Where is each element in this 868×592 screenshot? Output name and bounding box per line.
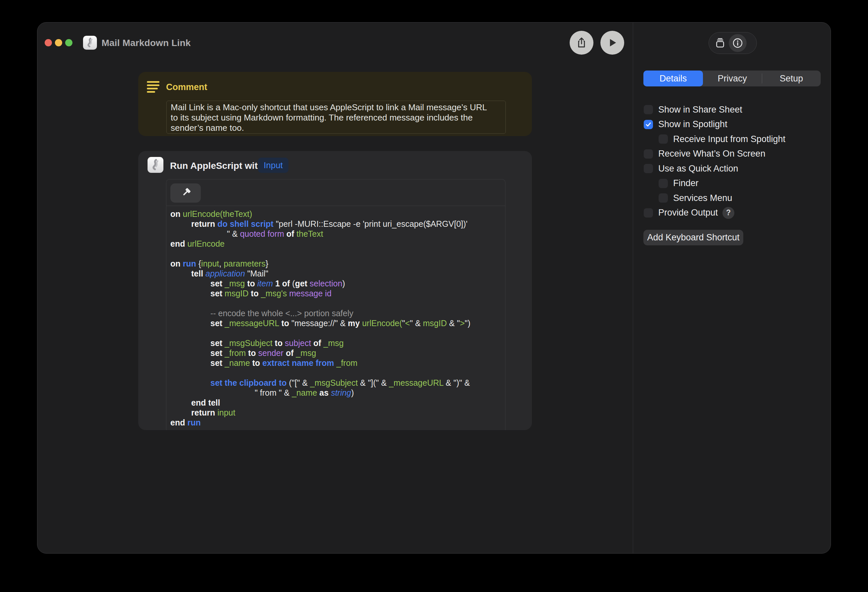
code-token: urlEncode bbox=[187, 239, 224, 248]
checkbox-provide-output[interactable] bbox=[644, 208, 653, 218]
code-token: to bbox=[281, 318, 291, 328]
code-token: 1 bbox=[275, 279, 282, 288]
comment-action-card[interactable]: Comment Mail Link is a Mac-only shortcut… bbox=[138, 72, 532, 136]
code-line: tell application "Mail" bbox=[170, 268, 502, 278]
code-token: "message://" & bbox=[291, 318, 348, 328]
comment-icon bbox=[147, 81, 160, 93]
inspector-sidebar: Details Privacy Setup Show in Share Shee… bbox=[633, 22, 831, 553]
code-token: end bbox=[170, 418, 187, 427]
code-token: input bbox=[217, 408, 235, 417]
code-token: & ")" & bbox=[443, 378, 470, 388]
code-token: ("[" & bbox=[289, 378, 310, 388]
code-token: of bbox=[286, 348, 296, 358]
code-token: { bbox=[198, 259, 201, 268]
code-token: item bbox=[257, 279, 275, 288]
code-token: > bbox=[460, 318, 465, 328]
share-button[interactable] bbox=[570, 31, 593, 55]
checkbox-use-as-quick-action[interactable] bbox=[644, 164, 653, 173]
add-keyboard-shortcut-button[interactable]: Add Keyboard Shortcut bbox=[644, 230, 743, 245]
option-row-provide-output: Provide Output? bbox=[633, 206, 831, 221]
code-token: end tell bbox=[191, 398, 220, 407]
shortcut-icon bbox=[83, 36, 97, 50]
code-token: , bbox=[219, 259, 224, 268]
code-token: input bbox=[201, 259, 219, 268]
zoom-button[interactable] bbox=[65, 39, 72, 46]
play-icon bbox=[607, 37, 618, 48]
code-token: subject bbox=[285, 338, 313, 348]
code-token: _msgSubject bbox=[310, 378, 358, 388]
code-token: } bbox=[266, 259, 268, 268]
code-token: end bbox=[170, 239, 187, 248]
inspector-view-toggle bbox=[709, 32, 757, 54]
code-token: to bbox=[251, 289, 261, 298]
run-shortcut-button[interactable] bbox=[600, 31, 624, 55]
code-token: set bbox=[210, 348, 224, 358]
tab-setup[interactable]: Setup bbox=[762, 71, 821, 86]
action-library-icon[interactable] bbox=[714, 37, 726, 49]
option-label-receive-what-s-on-screen: Receive What’s On Screen bbox=[658, 149, 765, 159]
code-token: of bbox=[286, 229, 297, 238]
help-button-provide-output[interactable]: ? bbox=[722, 207, 734, 219]
code-token: "perl -MURI::Escape -e 'print uri_escape… bbox=[276, 219, 468, 228]
compile-script-button[interactable] bbox=[170, 184, 201, 203]
input-variable-token[interactable]: Input bbox=[258, 158, 288, 173]
checkbox-receive-what-s-on-screen[interactable] bbox=[644, 149, 653, 158]
code-token: on bbox=[170, 209, 183, 219]
code-token: quoted form bbox=[240, 229, 286, 238]
code-token: to bbox=[252, 358, 262, 367]
code-line: set _messageURL to "message://" & my url… bbox=[170, 318, 502, 328]
applescript-code[interactable]: on urlEncode(theText)return do shell scr… bbox=[166, 206, 505, 428]
action-title: Run AppleScript with bbox=[170, 161, 263, 171]
option-row-show-in-share-sheet: Show in Share Sheet bbox=[633, 102, 831, 117]
code-token: urlEncode(theText) bbox=[183, 209, 252, 219]
code-line: set _msg to item 1 of (get selection) bbox=[170, 278, 502, 289]
code-line: set _from to sender of _msg bbox=[170, 348, 502, 358]
code-line: set msgID to _msg's message id bbox=[170, 289, 502, 298]
code-line: end run bbox=[170, 417, 502, 428]
option-label-provide-output: Provide Output bbox=[658, 207, 718, 218]
traffic-lights bbox=[45, 39, 72, 46]
code-token: _msgSubject bbox=[224, 338, 275, 348]
comment-text-field[interactable]: Mail Link is a Mac-only shortcut that us… bbox=[166, 101, 506, 134]
checkbox-show-in-spotlight[interactable] bbox=[644, 120, 653, 129]
tab-details[interactable]: Details bbox=[644, 71, 703, 86]
option-row-show-in-spotlight: Show in Spotlight bbox=[633, 117, 831, 132]
code-token: on bbox=[170, 259, 183, 268]
code-line bbox=[170, 249, 502, 259]
info-panel-button[interactable] bbox=[729, 34, 747, 52]
tab-privacy[interactable]: Privacy bbox=[703, 71, 762, 86]
checkbox-services-menu[interactable] bbox=[658, 193, 668, 203]
code-line: on run {input, parameters} bbox=[170, 259, 502, 268]
applescript-editor[interactable]: on urlEncode(theText)return do shell scr… bbox=[166, 179, 505, 430]
code-token: "Mail" bbox=[247, 269, 269, 278]
code-line: " from " & _name as string) bbox=[170, 388, 502, 398]
code-token: " & bbox=[227, 229, 240, 238]
checkbox-show-in-share-sheet[interactable] bbox=[644, 105, 653, 114]
editor-canvas: Mail Markdown Link Comment Mail Link is … bbox=[37, 22, 633, 553]
code-token: sender bbox=[258, 348, 286, 358]
code-token: run bbox=[187, 418, 201, 427]
checkbox-receive-input-from-spotlight[interactable] bbox=[658, 135, 668, 144]
minimize-button[interactable] bbox=[55, 39, 62, 46]
code-token: to bbox=[275, 338, 285, 348]
code-token: set bbox=[210, 289, 224, 298]
checkbox-finder[interactable] bbox=[658, 179, 668, 188]
code-toolbar bbox=[166, 179, 505, 206]
code-token: _name bbox=[224, 358, 252, 367]
code-token: set bbox=[210, 338, 224, 348]
code-token: set bbox=[210, 318, 224, 328]
applescript-scribble-icon bbox=[84, 37, 96, 48]
code-token: parameters bbox=[224, 259, 265, 268]
code-token: return bbox=[191, 408, 217, 417]
run-applescript-action-card[interactable]: Run AppleScript with Input on urlEncode(… bbox=[138, 151, 532, 430]
code-token: _messageURL bbox=[224, 318, 281, 328]
code-token: _msg bbox=[224, 279, 247, 288]
code-line: on urlEncode(theText) bbox=[170, 209, 502, 219]
code-token: msgID bbox=[423, 318, 447, 328]
option-row-receive-input-from-spotlight: Receive Input from Spotlight bbox=[633, 132, 831, 147]
close-button[interactable] bbox=[45, 39, 52, 46]
code-line: -- encode the whole <...> portion safely bbox=[170, 308, 502, 318]
code-token: to bbox=[248, 348, 258, 358]
code-token: _messageURL bbox=[389, 378, 443, 388]
code-token: & " bbox=[447, 318, 460, 328]
